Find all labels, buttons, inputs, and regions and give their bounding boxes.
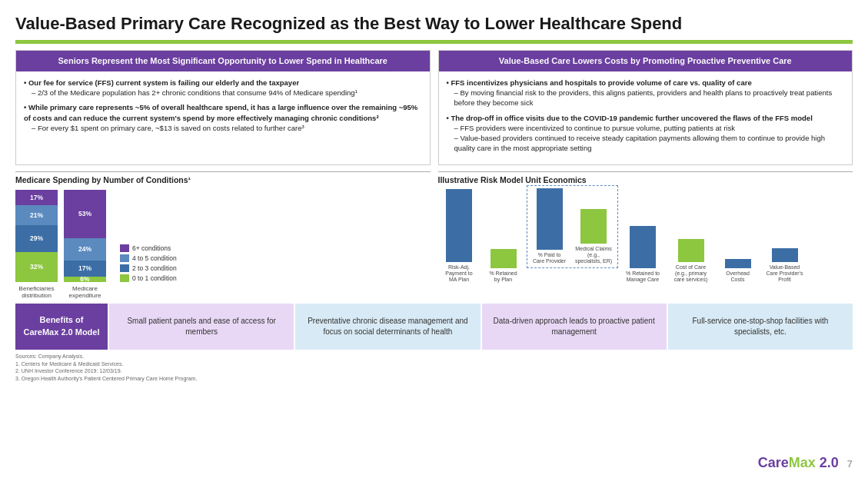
risk-bar-6-rect — [678, 239, 704, 262]
risk-bar-8-rect — [772, 248, 798, 262]
left-chart-panel: Medicare Spending by Number of Condition… — [15, 171, 431, 299]
page-title: Value-Based Primary Care Recognized as t… — [15, 14, 853, 34]
bottom-item-3: Data-driven approach leads to proactive … — [481, 304, 667, 350]
right-chart-panel: Illustrative Risk Model Unit Economics R… — [438, 171, 853, 299]
bottom-item-4: Full-service one-stop-shop facilities wi… — [667, 304, 853, 350]
bar-beneficiaries: 32% 29% 21% 17% Beneficiariesdistributio… — [15, 190, 58, 299]
risk-bar-1-label: Risk-Adj.Payment toMA Plan — [438, 264, 481, 284]
legend-label-6plus: 6+ conditions — [132, 244, 171, 252]
risk-bar-3: % Paid toCare Provider — [530, 188, 570, 265]
risk-bar-8: Value-BasedCare Provider'sProfit — [762, 248, 808, 284]
right-panel-header: Value-Based Care Lowers Costs by Promoti… — [439, 51, 853, 71]
risk-bar-1: Risk-Adj.Payment toMA Plan — [438, 189, 481, 284]
risk-bar-3-rect — [537, 188, 563, 250]
legend-6plus: 6+ conditions — [120, 244, 177, 252]
risk-bar-7-rect — [725, 259, 751, 268]
left-sub-2-1: For every $1 spent on primary care, ~$13… — [32, 123, 422, 133]
risk-bar-1-rect — [446, 189, 472, 262]
right-bullet-2: • The drop-off in office visits due to t… — [447, 114, 813, 122]
right-panel-body: • FFS incentivizes physicians and hospit… — [439, 71, 853, 164]
left-bullet-2: • While primary care represents ~5% of o… — [24, 103, 417, 121]
legend-2to3: 2 to 3 condition — [120, 264, 177, 272]
legend-box-2to3 — [120, 264, 129, 272]
left-panel-body: • Our fee for service (FFS) current syst… — [16, 71, 430, 144]
seg-6plus-med: 53% — [64, 190, 106, 238]
label-med: Medicareexpenditure — [69, 285, 101, 299]
label-bene: Beneficiariesdistribution — [19, 285, 55, 299]
footer-line-3: 3. Oregon Health Authority's Patient Cen… — [15, 375, 853, 383]
logo-max: Max — [789, 455, 816, 470]
right-panel: Value-Based Care Lowers Costs by Promoti… — [438, 50, 853, 164]
seg-0to1-bene: 32% — [15, 252, 58, 282]
footer-line-0: Sources: Company Analysis. — [15, 353, 853, 360]
risk-bar-2-label: % Retainedby Plan — [484, 271, 523, 284]
footer-line-2: 2. UNH Investor Conference 2019: 12/03/1… — [15, 367, 853, 375]
seg-2to3-med: 17% — [64, 261, 106, 277]
risk-bar-5: % Retained toManage Care — [622, 226, 664, 284]
footer: Sources: Company Analysis. 1. Centers fo… — [15, 353, 853, 383]
bar-medicare: 6% 17% 24% 53% Medicareexpenditure — [64, 190, 106, 299]
right-chart-title: Illustrative Risk Model Unit Economics — [438, 171, 853, 184]
bottom-strip-label: Benefits of CareMax 2.0 Model — [15, 304, 108, 350]
risk-bar-5-label: % Retained toManage Care — [622, 271, 664, 284]
risk-bar-8-label: Value-BasedCare Provider'sProfit — [762, 264, 808, 284]
risk-bar-7-label: OverheadCosts — [718, 271, 758, 284]
seg-4to5-med: 24% — [64, 238, 106, 261]
left-panel-header: Seniors Represent the Most Significant O… — [16, 51, 430, 71]
middle-section: Medicare Spending by Number of Condition… — [15, 171, 853, 299]
left-bullet-1: • Our fee for service (FFS) current syst… — [24, 78, 299, 87]
legend-box-6plus — [120, 244, 129, 252]
seg-4to5-bene: 21% — [15, 205, 58, 225]
right-sub-2-2: Value-based providers continued to recei… — [454, 133, 845, 154]
risk-bar-6: Cost of Care(e.g., primarycare services) — [668, 239, 714, 284]
dashed-box: % Paid toCare Provider Medical Claims(e.… — [527, 185, 618, 268]
risk-bar-2: % Retainedby Plan — [484, 249, 523, 284]
footer-line-1: 1. Centers for Medicare & Medicaid Servi… — [15, 360, 853, 368]
legend-0to1: 0 to 1 condition — [120, 274, 177, 282]
legend-box-4to5 — [120, 254, 129, 262]
right-sub-2-1: FFS providers were incentivized to conti… — [454, 123, 845, 133]
right-sub-1-1: By moving financial risk to the provider… — [454, 88, 845, 108]
seg-2to3-bene: 29% — [15, 225, 58, 252]
seg-0to1-med: 6% — [64, 277, 106, 282]
left-chart-legend: 6+ conditions 4 to 5 condition 2 to 3 co… — [120, 244, 177, 282]
page-number: 7 — [847, 458, 853, 470]
legend-label-2to3: 2 to 3 condition — [132, 264, 177, 272]
risk-bar-4-rect — [580, 209, 607, 244]
left-sub-1-1: 2/3 of the Medicare population has 2+ ch… — [32, 88, 422, 98]
bottom-strip: Benefits of CareMax 2.0 Model Small pati… — [15, 304, 853, 350]
risk-bar-3-label: % Paid toCare Provider — [530, 252, 570, 265]
risk-bar-6-label: Cost of Care(e.g., primarycare services) — [668, 264, 714, 284]
bottom-item-1: Small patient panels and ease of access … — [108, 304, 294, 350]
caremax-logo: CareMax 2.0 7 — [758, 455, 853, 471]
logo-care: Care — [758, 455, 789, 470]
legend-box-0to1 — [120, 274, 129, 282]
risk-bar-7: OverheadCosts — [718, 259, 758, 284]
green-bar — [15, 40, 853, 44]
risk-bar-5-rect — [630, 226, 656, 268]
risk-bar-4: Medical Claims(e.g.,specialists, ER) — [573, 209, 615, 265]
logo-version: 2.0 — [816, 455, 839, 470]
top-section: Seniors Represent the Most Significant O… — [15, 50, 853, 164]
bottom-item-2: Preventative chronic disease management … — [294, 304, 480, 350]
legend-label-0to1: 0 to 1 condition — [132, 274, 177, 282]
seg-6plus-bene: 17% — [15, 190, 58, 205]
left-chart-title: Medicare Spending by Number of Condition… — [15, 171, 431, 184]
left-panel: Seniors Represent the Most Significant O… — [15, 50, 431, 164]
risk-bar-4-label: Medical Claims(e.g.,specialists, ER) — [573, 246, 615, 265]
risk-bar-2-rect — [491, 249, 517, 268]
slide: Value-Based Primary Care Recognized as t… — [0, 0, 868, 488]
legend-4to5: 4 to 5 condition — [120, 254, 177, 262]
legend-label-4to5: 4 to 5 condition — [132, 254, 177, 262]
right-bullet-1: • FFS incentivizes physicians and hospit… — [447, 78, 752, 87]
